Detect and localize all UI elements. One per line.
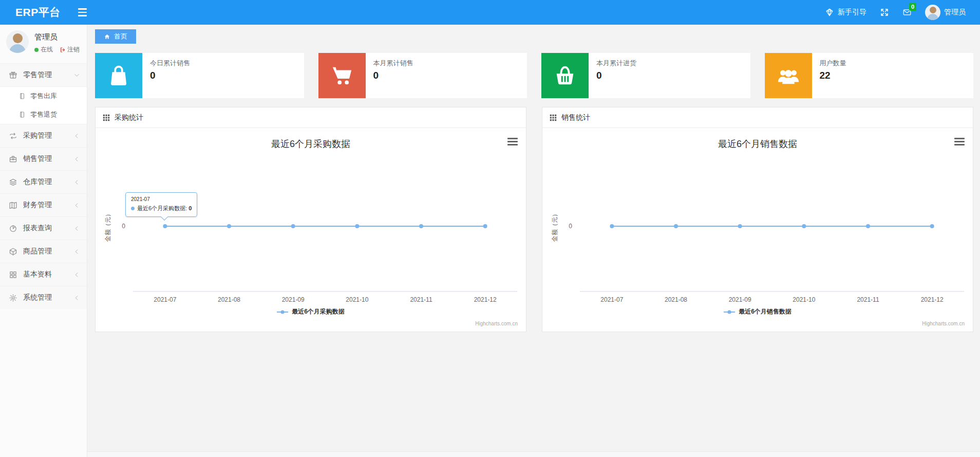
sidebar-user-block: 管理员 在线 注销	[0, 25, 87, 60]
chart-legend-item[interactable]: 最近6个月采购数据	[96, 307, 526, 316]
x-tick-label: 2021-09	[282, 296, 305, 303]
x-tick-label: 2021-08	[665, 296, 687, 303]
stat-card-value: 0	[596, 70, 636, 81]
avatar	[925, 5, 940, 20]
chart-context-menu-icon[interactable]	[507, 137, 518, 146]
online-status-icon	[34, 48, 39, 52]
user-name: 管理员	[34, 32, 80, 42]
stat-card-value: 0	[150, 70, 190, 81]
mail-badge: 0	[909, 3, 916, 11]
chevron-left-icon	[74, 249, 80, 254]
logout-button[interactable]: 注销	[60, 45, 80, 54]
stat-card-label: 本月累计进货	[596, 59, 636, 68]
online-status-label: 在线	[41, 45, 53, 54]
stat-card-label: 用户数量	[820, 59, 846, 68]
stat-card-value: 0	[373, 70, 413, 81]
sidebar-item[interactable]: 报表查询	[0, 216, 87, 240]
gem-icon	[825, 8, 834, 17]
x-tick-label: 2021-10	[793, 296, 815, 303]
grid-icon	[9, 270, 17, 279]
chevron-left-icon	[74, 272, 80, 278]
gear-icon	[9, 294, 17, 302]
data-point[interactable]	[866, 224, 870, 228]
shopping-cart-icon	[318, 53, 366, 98]
x-tick-label: 2021-07	[600, 296, 623, 303]
x-tick-label: 2021-12	[474, 296, 497, 303]
chart-tooltip: 2021-07最近6个月采购数据: 0	[125, 192, 197, 217]
sidebar-item-label: 采购管理	[23, 131, 68, 140]
data-point[interactable]	[355, 224, 359, 228]
sidebar-item[interactable]: 采购管理	[0, 124, 87, 147]
repeat-icon	[9, 132, 17, 140]
data-point[interactable]	[483, 224, 487, 228]
data-point[interactable]	[738, 224, 742, 228]
sidebar-subitem[interactable]: 零售出库	[0, 87, 87, 105]
chevron-left-icon	[74, 133, 80, 139]
stat-card: 今日累计销售0	[95, 53, 304, 98]
chevron-left-icon	[74, 295, 80, 301]
sidebar-item-label: 报表查询	[23, 224, 68, 233]
guide-button[interactable]: 新手引导	[825, 8, 866, 17]
stat-cards-row: 今日累计销售0本月累计销售0本月累计进货0用户数量22	[95, 53, 973, 98]
users-icon	[765, 53, 812, 98]
chart-panels-row: 采购统计 最近6个月采购数据金额（元）02021-072021-082021-0…	[95, 107, 973, 332]
sidebar-subitem[interactable]: 零售退货	[0, 105, 87, 124]
sidebar-item[interactable]: 基本资料	[0, 263, 87, 286]
x-tick-label: 2021-07	[154, 296, 176, 303]
tab-home[interactable]: 首页	[95, 29, 136, 44]
sidebar-item-label: 商品管理	[23, 247, 68, 256]
tooltip-category: 2021-07	[131, 196, 192, 202]
chart-context-menu-icon[interactable]	[954, 137, 965, 146]
tooltip-series-row: 最近6个月采购数据: 0	[131, 205, 192, 212]
sales-chart: 最近6个月销售数据金额（元）02021-072021-082021-092021…	[542, 128, 973, 332]
sidebar-subitem-label: 零售退货	[30, 110, 57, 119]
pie-icon	[9, 224, 17, 233]
legend-label: 最近6个月采购数据	[292, 307, 345, 316]
sidebar-item[interactable]: 财务管理	[0, 193, 87, 216]
data-point[interactable]	[419, 224, 423, 228]
data-point[interactable]	[163, 224, 167, 228]
sidebar-item-label: 系统管理	[23, 293, 68, 302]
x-tick-label: 2021-12	[921, 296, 944, 303]
tab-home-label: 首页	[114, 32, 127, 41]
x-tick-label: 2021-10	[346, 296, 368, 303]
messages-button[interactable]: 0	[902, 8, 912, 17]
menu-toggle-icon[interactable]	[75, 5, 90, 20]
guide-label: 新手引导	[838, 8, 866, 17]
panel-header: 采购统计	[96, 107, 526, 128]
data-point[interactable]	[610, 224, 614, 228]
legend-marker-icon	[277, 309, 288, 315]
data-point[interactable]	[674, 224, 678, 228]
map-icon	[9, 201, 17, 210]
sidebar: 管理员 在线 注销 零售管理零售出库零售退货采购管理销售管理仓库管理财务管理报表…	[0, 25, 87, 457]
home-icon	[104, 33, 110, 40]
briefcase-icon	[9, 155, 17, 163]
sidebar-item[interactable]: 商品管理	[0, 240, 87, 263]
sidebar-item-label: 财务管理	[23, 200, 68, 210]
sidebar-item-label: 销售管理	[23, 154, 68, 163]
doc-icon	[18, 111, 26, 118]
topbar: ERP平台 新手引导 0 管理员	[0, 0, 980, 25]
sidebar-item[interactable]: 仓库管理	[0, 170, 87, 193]
y-tick-label: 0	[122, 223, 125, 230]
legend-label: 最近6个月销售数据	[739, 307, 791, 316]
sidebar-item[interactable]: 销售管理	[0, 147, 87, 170]
y-axis-title: 金额（元）	[104, 211, 111, 242]
data-point[interactable]	[227, 224, 231, 228]
chart-legend-item[interactable]: 最近6个月销售数据	[542, 307, 973, 316]
sidebar-item[interactable]: 零售管理	[0, 63, 87, 86]
app-logo: ERP平台	[0, 5, 75, 20]
user-menu[interactable]: 管理员	[925, 5, 966, 20]
data-point[interactable]	[291, 224, 295, 228]
data-point[interactable]	[802, 224, 806, 228]
highcharts-credit[interactable]: Highcharts.com.cn	[922, 321, 965, 326]
purchase-chart: 最近6个月采购数据金额（元）02021-072021-082021-092021…	[96, 128, 526, 332]
data-point[interactable]	[930, 224, 934, 228]
fullscreen-icon	[880, 8, 889, 17]
fullscreen-button[interactable]	[880, 8, 889, 17]
stat-card: 用户数量22	[765, 53, 974, 98]
highcharts-credit[interactable]: Highcharts.com.cn	[475, 321, 518, 326]
sidebar-item[interactable]: 系统管理	[0, 286, 87, 309]
logout-label: 注销	[67, 45, 80, 54]
chart-title: 最近6个月采购数据	[271, 139, 350, 149]
